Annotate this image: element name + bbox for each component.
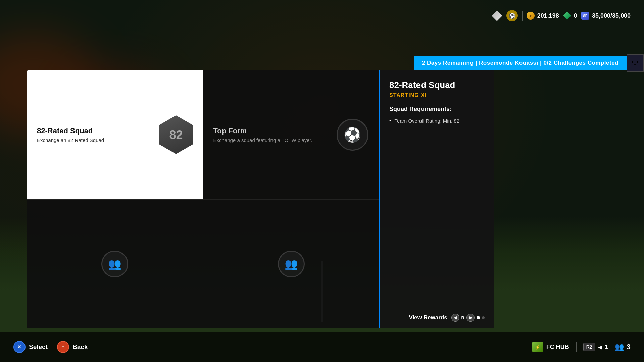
locked-icon-2: 👥 <box>285 258 298 270</box>
nav-r-label: R <box>461 315 464 320</box>
reward-nav-left[interactable]: ◀ <box>451 314 459 322</box>
r2-section: R2 ◀ 1 <box>583 343 608 351</box>
rating-number: 82 <box>169 129 183 141</box>
card-1-info: 82-Rated Squad Exchange an 82 Rated Squa… <box>37 126 104 143</box>
requirement-text-1: Team Overall Rating: Min. 82 <box>395 117 459 124</box>
challenge-banner[interactable]: 2 Days Remaining | Rosemonde Kouassi | 0… <box>414 54 644 72</box>
sp-value: 35,000/35,000 <box>592 12 631 19</box>
coin-icon: ● <box>527 12 535 20</box>
cards-bottom-row: 👥 👥 <box>27 199 379 328</box>
squad-card-topform[interactable]: Top Form Exchange a squad featuring a TO… <box>203 70 380 199</box>
requirements-title: Squad Requirements: <box>389 106 485 113</box>
top-hud: ⚽ ● 201,198 0 SP 35,000/35,000 <box>492 10 631 21</box>
hud-divider <box>522 11 523 21</box>
bottom-divider <box>576 342 577 352</box>
reward-nav: ◀ R ▶ <box>451 314 485 322</box>
right-panel-title: 82-Rated Squad <box>389 80 485 90</box>
bottom-bar: ✕ Select ○ Back ⚡ FC HUB R2 ◀ 1 👥 3 <box>0 332 644 362</box>
view-rewards-section[interactable]: View Rewards ◀ R ▶ <box>389 308 485 322</box>
main-content: 82-Rated Squad Exchange an 82 Rated Squa… <box>27 70 617 328</box>
locked-silhouette-2: 👥 <box>278 251 305 277</box>
sp-display: SP 35,000/35,000 <box>581 12 631 20</box>
right-panel: 82-Rated Squad STARTING XI Squad Require… <box>380 70 494 328</box>
r2-arrow-icon: ◀ <box>598 344 602 350</box>
sp-icon: SP <box>581 12 589 20</box>
locked-icon-1: 👥 <box>108 258 121 270</box>
silhouette-circle: ⚽ <box>337 119 368 151</box>
select-button[interactable]: ✕ Select <box>13 341 48 353</box>
requirement-item-1: • Team Overall Rating: Min. 82 <box>389 117 485 124</box>
challenge-banner-text: 2 Days Remaining | Rosemonde Kouassi | 0… <box>414 56 627 70</box>
card-2-subtitle: Exchange a squad featuring a TOTW player… <box>213 137 312 143</box>
r2-count: 1 <box>605 344 608 351</box>
bullet-icon: • <box>389 118 391 124</box>
player-silhouette: ⚽ <box>336 115 369 154</box>
back-label: Back <box>72 343 88 351</box>
fc-hub-icon: ⚡ <box>532 342 543 352</box>
locked-silhouette-1: 👥 <box>101 251 128 277</box>
pagination-dot-2 <box>482 316 485 319</box>
highlight-line <box>379 70 380 328</box>
card-1-subtitle: Exchange an 82 Rated Squad <box>37 137 104 143</box>
reward-nav-right[interactable]: ▶ <box>466 314 475 322</box>
view-rewards-label: View Rewards <box>409 314 447 321</box>
card-2-info: Top Form Exchange a squad featuring a TO… <box>213 126 312 143</box>
fc-hub-section[interactable]: ⚡ FC HUB <box>532 342 569 352</box>
bottom-actions: ✕ Select ○ Back <box>13 341 88 353</box>
right-panel-subtitle: STARTING XI <box>389 92 485 98</box>
o-button-icon: ○ <box>57 341 69 353</box>
points-value: 0 <box>574 12 577 19</box>
bottom-right: ⚡ FC HUB R2 ◀ 1 👥 3 <box>532 342 631 352</box>
back-button[interactable]: ○ Back <box>57 341 88 353</box>
coins-display: ● 201,198 <box>527 12 559 20</box>
rating-badge-82: 82 <box>159 115 193 154</box>
r2-button[interactable]: R2 <box>583 343 595 351</box>
squad-card-82rated[interactable]: 82-Rated Squad Exchange an 82 Rated Squa… <box>27 70 203 199</box>
card-1-title: 82-Rated Squad <box>37 126 104 135</box>
cards-top-row: 82-Rated Squad Exchange an 82 Rated Squa… <box>27 70 379 199</box>
select-label: Select <box>29 343 48 351</box>
people-count: 3 <box>627 343 631 351</box>
fc-hub-label: FC HUB <box>546 344 569 351</box>
locked-card-1: 👥 <box>27 200 203 328</box>
pagination-dot-1 <box>477 316 480 319</box>
points-display: 0 <box>563 12 577 20</box>
locked-card-2: 👥 <box>203 200 380 328</box>
diamond-icon <box>492 10 502 21</box>
club-badge-icon: ⚽ <box>506 10 518 21</box>
cards-panel: 82-Rated Squad Exchange an 82 Rated Squa… <box>27 70 379 328</box>
people-icon: 👥 <box>615 343 624 351</box>
card-2-title: Top Form <box>213 126 312 135</box>
points-icon <box>563 12 571 20</box>
people-section: 👥 3 <box>615 343 631 351</box>
x-button-icon: ✕ <box>13 341 26 353</box>
coins-value: 201,198 <box>537 12 559 19</box>
challenge-banner-shield-icon: 🛡 <box>627 54 644 72</box>
player-icon: ⚽ <box>344 126 361 143</box>
